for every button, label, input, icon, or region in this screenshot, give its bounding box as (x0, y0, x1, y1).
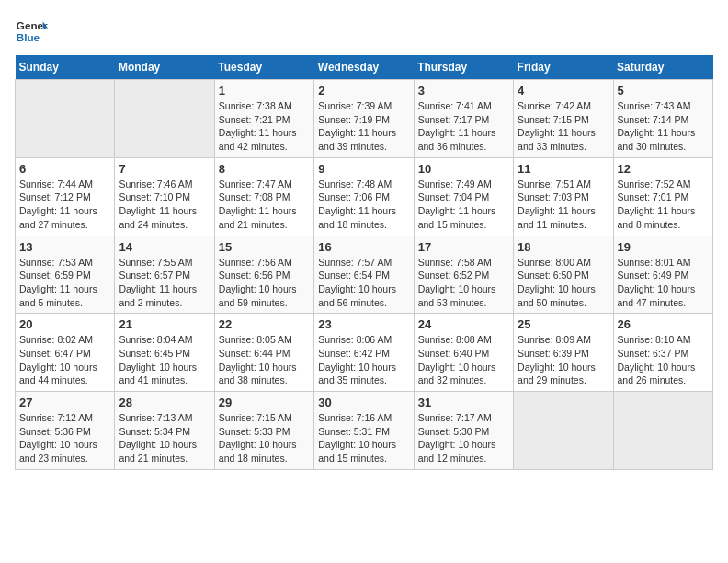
day-info: Sunrise: 7:48 AMSunset: 7:06 PMDaylight:… (318, 178, 409, 232)
day-number: 5 (618, 84, 709, 98)
day-info: Sunrise: 8:08 AMSunset: 6:40 PMDaylight:… (418, 333, 509, 387)
day-number: 1 (219, 84, 310, 98)
calendar-cell: 23Sunrise: 8:06 AMSunset: 6:42 PMDayligh… (314, 314, 414, 392)
calendar-header: SundayMondayTuesdayWednesdayThursdayFrid… (16, 55, 713, 80)
day-info: Sunrise: 7:13 AMSunset: 5:34 PMDaylight:… (119, 411, 210, 465)
day-info: Sunrise: 7:57 AMSunset: 6:54 PMDaylight:… (318, 256, 409, 310)
calendar-cell: 25Sunrise: 8:09 AMSunset: 6:39 PMDayligh… (514, 314, 613, 392)
day-number: 31 (418, 396, 509, 409)
calendar-cell: 17Sunrise: 7:58 AMSunset: 6:52 PMDayligh… (414, 236, 513, 314)
page-header: General Blue (15, 15, 713, 48)
calendar-cell: 22Sunrise: 8:05 AMSunset: 6:44 PMDayligh… (214, 314, 313, 392)
day-number: 2 (318, 84, 409, 98)
day-number: 19 (618, 240, 709, 254)
day-number: 12 (618, 162, 709, 176)
calendar-cell: 8Sunrise: 7:47 AMSunset: 7:08 PMDaylight… (214, 157, 313, 236)
svg-text:Blue: Blue (17, 31, 40, 43)
weekday-header: Monday (115, 55, 214, 80)
day-number: 6 (19, 162, 110, 176)
day-info: Sunrise: 7:12 AMSunset: 5:36 PMDaylight:… (19, 411, 110, 465)
calendar-cell: 26Sunrise: 8:10 AMSunset: 6:37 PMDayligh… (613, 314, 712, 392)
calendar-week-row: 20Sunrise: 8:02 AMSunset: 6:47 PMDayligh… (16, 314, 713, 392)
day-number: 9 (318, 162, 409, 176)
day-number: 28 (119, 396, 210, 409)
logo: General Blue (15, 15, 48, 48)
day-number: 17 (418, 240, 509, 254)
day-info: Sunrise: 7:46 AMSunset: 7:10 PMDaylight:… (119, 178, 210, 232)
day-info: Sunrise: 7:17 AMSunset: 5:30 PMDaylight:… (418, 411, 509, 465)
calendar-cell: 18Sunrise: 8:00 AMSunset: 6:50 PMDayligh… (514, 236, 613, 314)
calendar-cell: 10Sunrise: 7:49 AMSunset: 7:04 PMDayligh… (414, 157, 513, 236)
day-info: Sunrise: 7:39 AMSunset: 7:19 PMDaylight:… (318, 99, 409, 154)
day-number: 30 (318, 396, 409, 409)
day-info: Sunrise: 8:05 AMSunset: 6:44 PMDaylight:… (219, 333, 310, 387)
day-number: 20 (19, 317, 110, 331)
calendar-cell: 2Sunrise: 7:39 AMSunset: 7:19 PMDaylight… (314, 80, 414, 158)
calendar-cell: 19Sunrise: 8:01 AMSunset: 6:49 PMDayligh… (613, 236, 712, 314)
day-info: Sunrise: 7:53 AMSunset: 6:59 PMDaylight:… (19, 256, 110, 310)
day-info: Sunrise: 7:42 AMSunset: 7:15 PMDaylight:… (518, 99, 609, 154)
day-info: Sunrise: 8:00 AMSunset: 6:50 PMDaylight:… (518, 256, 609, 310)
day-number: 7 (119, 162, 210, 176)
day-info: Sunrise: 8:04 AMSunset: 6:45 PMDaylight:… (119, 333, 210, 387)
day-number: 16 (318, 240, 409, 254)
day-info: Sunrise: 7:56 AMSunset: 6:56 PMDaylight:… (219, 256, 310, 310)
weekday-header: Tuesday (214, 55, 313, 80)
calendar-cell: 6Sunrise: 7:44 AMSunset: 7:12 PMDaylight… (16, 157, 115, 236)
day-info: Sunrise: 7:38 AMSunset: 7:21 PMDaylight:… (219, 99, 310, 154)
calendar-week-row: 1Sunrise: 7:38 AMSunset: 7:21 PMDaylight… (16, 80, 713, 158)
calendar-cell: 20Sunrise: 8:02 AMSunset: 6:47 PMDayligh… (16, 314, 115, 392)
weekday-header: Saturday (613, 55, 712, 80)
weekday-header: Friday (514, 55, 613, 80)
day-number: 13 (19, 240, 110, 254)
day-info: Sunrise: 8:10 AMSunset: 6:37 PMDaylight:… (618, 333, 709, 387)
calendar-cell: 1Sunrise: 7:38 AMSunset: 7:21 PMDaylight… (214, 80, 313, 158)
calendar-cell: 3Sunrise: 7:41 AMSunset: 7:17 PMDaylight… (414, 80, 513, 158)
calendar-cell: 30Sunrise: 7:16 AMSunset: 5:31 PMDayligh… (314, 392, 414, 470)
day-info: Sunrise: 7:15 AMSunset: 5:33 PMDaylight:… (219, 411, 310, 465)
day-info: Sunrise: 7:43 AMSunset: 7:14 PMDaylight:… (618, 99, 709, 154)
day-number: 27 (19, 396, 110, 409)
weekday-header: Sunday (16, 55, 115, 80)
calendar-table: SundayMondayTuesdayWednesdayThursdayFrid… (15, 55, 713, 470)
day-info: Sunrise: 7:58 AMSunset: 6:52 PMDaylight:… (418, 256, 509, 310)
day-number: 8 (219, 162, 310, 176)
day-number: 18 (518, 240, 609, 254)
day-number: 21 (119, 317, 210, 331)
calendar-cell (613, 392, 712, 470)
calendar-week-row: 6Sunrise: 7:44 AMSunset: 7:12 PMDaylight… (16, 157, 713, 236)
calendar-body: 1Sunrise: 7:38 AMSunset: 7:21 PMDaylight… (16, 80, 713, 470)
calendar-cell: 12Sunrise: 7:52 AMSunset: 7:01 PMDayligh… (613, 157, 712, 236)
calendar-cell: 31Sunrise: 7:17 AMSunset: 5:30 PMDayligh… (414, 392, 513, 470)
day-info: Sunrise: 8:09 AMSunset: 6:39 PMDaylight:… (518, 333, 609, 387)
day-number: 25 (518, 317, 609, 331)
calendar-cell: 9Sunrise: 7:48 AMSunset: 7:06 PMDaylight… (314, 157, 414, 236)
weekday-row: SundayMondayTuesdayWednesdayThursdayFrid… (16, 55, 713, 80)
calendar-cell: 4Sunrise: 7:42 AMSunset: 7:15 PMDaylight… (514, 80, 613, 158)
day-number: 3 (418, 84, 509, 98)
day-number: 29 (219, 396, 310, 409)
day-info: Sunrise: 7:41 AMSunset: 7:17 PMDaylight:… (418, 99, 509, 154)
logo-icon: General Blue (15, 15, 48, 48)
calendar-cell: 21Sunrise: 8:04 AMSunset: 6:45 PMDayligh… (115, 314, 214, 392)
day-info: Sunrise: 8:01 AMSunset: 6:49 PMDaylight:… (618, 256, 709, 310)
day-number: 26 (618, 317, 709, 331)
day-info: Sunrise: 8:02 AMSunset: 6:47 PMDaylight:… (19, 333, 110, 387)
day-number: 14 (119, 240, 210, 254)
day-info: Sunrise: 7:55 AMSunset: 6:57 PMDaylight:… (119, 256, 210, 310)
calendar-cell: 24Sunrise: 8:08 AMSunset: 6:40 PMDayligh… (414, 314, 513, 392)
calendar-cell: 14Sunrise: 7:55 AMSunset: 6:57 PMDayligh… (115, 236, 214, 314)
day-number: 11 (518, 162, 609, 176)
day-number: 22 (219, 317, 310, 331)
calendar-cell: 27Sunrise: 7:12 AMSunset: 5:36 PMDayligh… (16, 392, 115, 470)
day-info: Sunrise: 7:16 AMSunset: 5:31 PMDaylight:… (318, 411, 409, 465)
calendar-cell: 11Sunrise: 7:51 AMSunset: 7:03 PMDayligh… (514, 157, 613, 236)
weekday-header: Wednesday (314, 55, 414, 80)
calendar-cell: 7Sunrise: 7:46 AMSunset: 7:10 PMDaylight… (115, 157, 214, 236)
day-info: Sunrise: 7:52 AMSunset: 7:01 PMDaylight:… (618, 178, 709, 232)
day-number: 24 (418, 317, 509, 331)
day-info: Sunrise: 8:06 AMSunset: 6:42 PMDaylight:… (318, 333, 409, 387)
day-info: Sunrise: 7:47 AMSunset: 7:08 PMDaylight:… (219, 178, 310, 232)
calendar-cell (115, 80, 214, 158)
weekday-header: Thursday (414, 55, 513, 80)
